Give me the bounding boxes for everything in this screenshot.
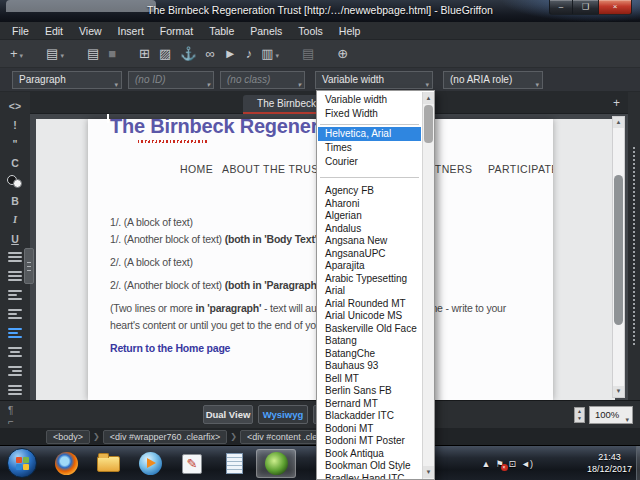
page-scrollbar[interactable]: ▲ ▼ [612,116,625,398]
font-option[interactable]: Helvetica, Arial [318,127,421,141]
scroll-up-icon[interactable]: ▲ [613,117,624,128]
insert-link-icon[interactable]: ∞ [206,47,215,61]
insert-video-icon[interactable]: ► [224,47,237,61]
scroll-down-icon[interactable]: ▼ [613,386,624,397]
insert-table-icon[interactable]: ⊞ [139,47,150,61]
menu-item-format[interactable]: Format [152,25,201,37]
nav-item-about-the-trust[interactable]: ABOUT THE TRUST [222,163,325,175]
minimize-button[interactable]: – [549,0,573,15]
align-center-icon[interactable] [3,343,27,360]
insert-image-icon[interactable]: ▨ [159,47,171,61]
volume-icon[interactable]: ◄) [521,459,533,469]
tray-expand-icon[interactable]: ▲ [482,459,491,469]
font-option[interactable]: Fixed Width [318,107,421,121]
preview-browser-icon[interactable]: ⊕ [337,47,348,61]
taskbar-bluegriffon-icon[interactable] [256,449,296,478]
font-option[interactable]: Bodoni MT Poster [318,435,421,448]
font-option[interactable]: Arial Rounded MT [318,298,421,311]
taskbar-notepad-icon[interactable] [214,449,254,478]
menu-item-insert[interactable]: Insert [110,25,152,37]
font-option[interactable]: Variable width [318,93,421,107]
start-button[interactable] [7,448,37,478]
underline-icon[interactable]: U [3,230,27,247]
menu-item-table[interactable]: Table [201,25,242,37]
scroll-down-icon[interactable]: ▼ [423,466,434,478]
italic-icon[interactable]: I [3,211,27,228]
menu-item-view[interactable]: View [71,25,110,37]
taskbar-media-player-icon[interactable] [130,449,170,478]
paragraph-format-select[interactable]: Paragraph ▾ [12,71,122,89]
align-justify-icon[interactable] [3,381,27,398]
align-left-icon[interactable] [3,325,27,342]
home-page-link[interactable]: Return to the Home page [110,342,230,354]
font-option[interactable]: Bodoni MT [318,423,421,436]
font-option[interactable]: AngsanaUPC [318,248,421,261]
new-document-icon[interactable]: ▤▾ [46,47,64,61]
font-option[interactable]: Bauhaus 93 [318,360,421,373]
show-desktop-button[interactable] [636,446,640,480]
class-style-icon[interactable]: C [3,155,27,172]
taskbar-firefox-icon[interactable] [46,449,86,478]
insert-comment-icon[interactable]: ▤ [302,47,314,61]
font-option[interactable]: Algerian [318,210,421,223]
taskbar-paint-icon[interactable]: ✎ [172,449,212,478]
zoom-select[interactable]: 100% ▾ [589,406,633,424]
font-option[interactable]: BatangChe [318,348,421,361]
font-option[interactable]: Bradley Hand ITC [318,473,421,480]
dual-view-button[interactable]: Dual View [203,405,253,424]
menu-item-panels[interactable]: Panels [242,25,290,37]
font-option[interactable]: Arial [318,285,421,298]
zoom-stepper[interactable]: ▲▼ [574,407,585,423]
menu-item-tools[interactable]: Tools [290,25,331,37]
menu-item-help[interactable]: Help [331,25,369,37]
add-element-icon[interactable]: +▾ [10,47,23,61]
font-option[interactable]: Batang [318,335,421,348]
source-view-icon[interactable]: <> [3,98,27,115]
font-option[interactable]: Arial Unicode MS [318,310,421,323]
font-scrollbar-thumb[interactable] [424,105,433,143]
insert-anchor-icon[interactable]: ⚓ [180,47,196,61]
menu-item-file[interactable]: File [4,25,37,37]
network-icon[interactable]: ⊡ [509,459,517,469]
font-option[interactable]: Bookman Old Style [318,460,421,473]
maximize-button[interactable]: ❑ [573,0,598,15]
insert-form-icon[interactable]: ▥▾ [261,47,279,61]
font-option[interactable]: Aparajita [318,260,421,273]
font-option[interactable]: Berlin Sans FB [318,385,421,398]
font-option[interactable]: Bernard MT [318,398,421,411]
font-option[interactable]: Blackadder ITC [318,410,421,423]
breadcrumb-node[interactable]: <div #wrapper760 .clearfix> [103,430,228,444]
taskbar-clock[interactable]: 21:43 18/12/2017 [587,451,632,475]
font-dropdown-scrollbar[interactable]: ▲ ▼ [422,92,434,479]
aria-role-select[interactable]: (no ARIA role) ▾ [443,71,543,89]
font-option[interactable]: Arabic Typesetting [318,273,421,286]
save-icon[interactable]: ■ [108,47,116,61]
new-tab-button[interactable]: + [613,96,620,110]
panel-toggle-icon[interactable]: ⌐ [8,416,14,427]
font-option[interactable]: Aharoni [318,198,421,211]
panel-splitter[interactable] [628,92,640,400]
panel-grip[interactable] [24,248,34,284]
font-option[interactable]: Courier [318,155,421,169]
page-scrollbar-thumb[interactable] [614,175,623,325]
font-option[interactable]: Angsana New [318,235,421,248]
font-family-select[interactable]: Variable width ▾ [315,71,433,89]
wysiwyg-button[interactable]: Wysiwyg [258,405,308,424]
id-select[interactable]: (no ID) ▾ [128,71,214,89]
font-option[interactable]: Times [318,141,421,155]
close-button[interactable]: × [598,0,632,15]
panel-toggle-icon[interactable]: ¶ [8,405,13,416]
scroll-up-icon[interactable]: ▲ [423,92,434,104]
outdent-icon[interactable] [3,287,27,304]
indent-icon[interactable] [3,306,27,323]
insert-audio-icon[interactable]: ♪ [246,47,253,61]
nav-item-home[interactable]: HOME [180,163,213,175]
breadcrumb-node[interactable]: <body> [46,430,90,444]
bold-icon[interactable]: B [3,192,27,209]
align-right-icon[interactable] [3,362,27,379]
font-option[interactable]: Book Antiqua [318,448,421,461]
font-option[interactable]: Andalus [318,223,421,236]
nav-item-participate[interactable]: PARTICIPATE [488,163,553,175]
color-picker-icon[interactable] [3,174,27,191]
font-option[interactable]: Baskerville Old Face [318,323,421,336]
